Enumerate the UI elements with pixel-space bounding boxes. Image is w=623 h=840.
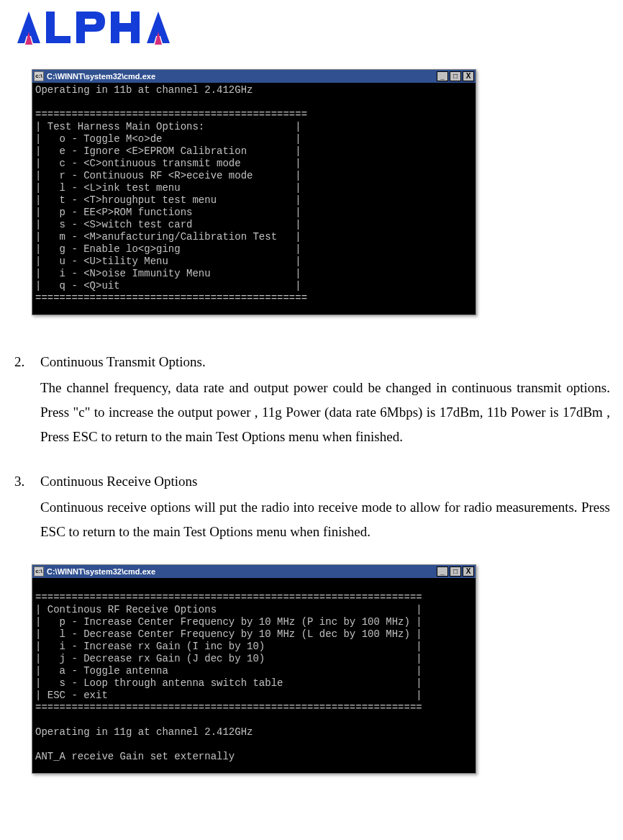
list-item: 3. Continuous Receive Options Continuous… bbox=[10, 469, 613, 544]
cmd-title-text: C:\WINNT\system32\cmd.exe bbox=[47, 567, 437, 576]
item-paragraph: Continuous receive options will put the … bbox=[40, 495, 610, 544]
close-button[interactable]: X bbox=[463, 71, 474, 81]
cmd-body-main-options: Operating in 11b at channel 2.412GHz ===… bbox=[32, 83, 476, 315]
item-number: 3. bbox=[10, 469, 40, 544]
cmd-body-receive-options: ========================================… bbox=[32, 578, 476, 773]
brand-logo bbox=[10, 7, 613, 48]
maximize-button[interactable]: □ bbox=[450, 71, 461, 81]
item-heading: Continuous Transmit Options. bbox=[40, 350, 610, 374]
list-item: 2. Continuous Transmit Options. The chan… bbox=[10, 350, 613, 449]
system-menu-icon: c:\ bbox=[34, 566, 44, 577]
close-button[interactable]: X bbox=[463, 566, 474, 577]
cmd-window-receive-options: c:\ C:\WINNT\system32\cmd.exe _ □ X ====… bbox=[32, 564, 476, 774]
cmd-titlebar: c:\ C:\WINNT\system32\cmd.exe _ □ X bbox=[32, 565, 476, 578]
item-number: 2. bbox=[10, 350, 40, 449]
item-paragraph: The channel frequency, data rate and out… bbox=[40, 376, 610, 449]
maximize-button[interactable]: □ bbox=[450, 566, 461, 577]
cmd-window-main-options: c:\ C:\WINNT\system32\cmd.exe _ □ X Oper… bbox=[32, 69, 476, 315]
cmd-titlebar: c:\ C:\WINNT\system32\cmd.exe _ □ X bbox=[32, 70, 476, 83]
cmd-title-text: C:\WINNT\system32\cmd.exe bbox=[47, 72, 437, 81]
minimize-button[interactable]: _ bbox=[437, 71, 448, 81]
minimize-button[interactable]: _ bbox=[437, 566, 448, 577]
item-heading: Continuous Receive Options bbox=[40, 469, 610, 494]
system-menu-icon: c:\ bbox=[34, 71, 44, 81]
